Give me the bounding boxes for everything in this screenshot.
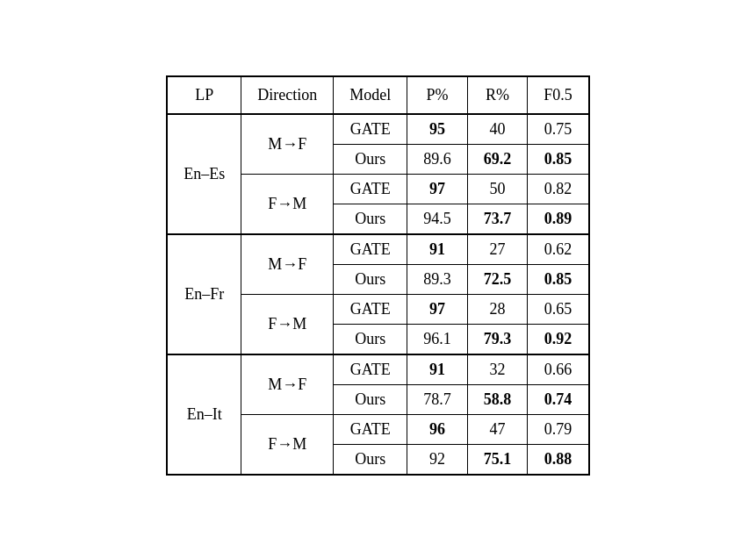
model-cell: GATE (334, 175, 407, 204)
table-header: LP Direction Model P% R% F0.5 (167, 76, 589, 114)
f-cell: 0.92 (528, 325, 589, 355)
p-cell: 78.7 (407, 385, 468, 415)
table-body: En–EsM→FGATE95400.75Ours89.669.20.85F→MG… (167, 114, 589, 475)
p-cell: 89.6 (407, 145, 468, 175)
header-row: LP Direction Model P% R% F0.5 (167, 76, 589, 114)
p-cell: 91 (407, 234, 468, 265)
p-cell: 97 (407, 295, 468, 325)
model-cell: GATE (334, 415, 407, 445)
p-cell: 94.5 (407, 204, 468, 235)
p-cell: 91 (407, 354, 468, 385)
header-direction: Direction (241, 76, 334, 114)
header-lp: LP (167, 76, 241, 114)
f-cell: 0.62 (528, 234, 589, 265)
r-cell: 47 (467, 415, 528, 445)
p-cell: 95 (407, 114, 468, 145)
model-cell: Ours (334, 145, 407, 175)
model-cell: Ours (334, 265, 407, 295)
p-cell: 96 (407, 415, 468, 445)
r-cell: 69.2 (467, 145, 528, 175)
model-cell: GATE (334, 354, 407, 385)
p-cell: 97 (407, 175, 468, 204)
r-cell: 28 (467, 295, 528, 325)
f-cell: 0.66 (528, 354, 589, 385)
r-cell: 75.1 (467, 445, 528, 476)
r-cell: 58.8 (467, 385, 528, 415)
p-cell: 96.1 (407, 325, 468, 355)
model-cell: GATE (334, 295, 407, 325)
table-container: LP Direction Model P% R% F0.5 En–EsM→FGA… (148, 58, 608, 493)
r-cell: 79.3 (467, 325, 528, 355)
direction-cell: M→F (241, 354, 334, 415)
header-p: P% (407, 76, 468, 114)
r-cell: 50 (467, 175, 528, 204)
r-cell: 27 (467, 234, 528, 265)
direction-cell: F→M (241, 175, 334, 235)
f-cell: 0.85 (528, 265, 589, 295)
model-cell: Ours (334, 445, 407, 476)
direction-cell: M→F (241, 114, 334, 175)
direction-cell: F→M (241, 295, 334, 355)
f-cell: 0.85 (528, 145, 589, 175)
lp-cell: En–It (167, 354, 241, 475)
f-cell: 0.65 (528, 295, 589, 325)
results-table: LP Direction Model P% R% F0.5 En–EsM→FGA… (166, 75, 590, 476)
lp-cell: En–Fr (167, 234, 241, 354)
r-cell: 40 (467, 114, 528, 145)
r-cell: 73.7 (467, 204, 528, 235)
header-f: F0.5 (528, 76, 589, 114)
table-row: En–FrM→FGATE91270.62 (167, 234, 589, 265)
model-cell: Ours (334, 325, 407, 355)
p-cell: 89.3 (407, 265, 468, 295)
model-cell: Ours (334, 385, 407, 415)
f-cell: 0.82 (528, 175, 589, 204)
r-cell: 72.5 (467, 265, 528, 295)
f-cell: 0.88 (528, 445, 589, 476)
direction-cell: M→F (241, 234, 334, 295)
table-row: En–ItM→FGATE91320.66 (167, 354, 589, 385)
f-cell: 0.79 (528, 415, 589, 445)
model-cell: Ours (334, 204, 407, 235)
model-cell: GATE (334, 234, 407, 265)
r-cell: 32 (467, 354, 528, 385)
direction-cell: F→M (241, 415, 334, 476)
lp-cell: En–Es (167, 114, 241, 234)
model-cell: GATE (334, 114, 407, 145)
table-row: En–EsM→FGATE95400.75 (167, 114, 589, 145)
f-cell: 0.74 (528, 385, 589, 415)
p-cell: 92 (407, 445, 468, 476)
header-r: R% (467, 76, 528, 114)
f-cell: 0.89 (528, 204, 589, 235)
f-cell: 0.75 (528, 114, 589, 145)
header-model: Model (334, 76, 407, 114)
